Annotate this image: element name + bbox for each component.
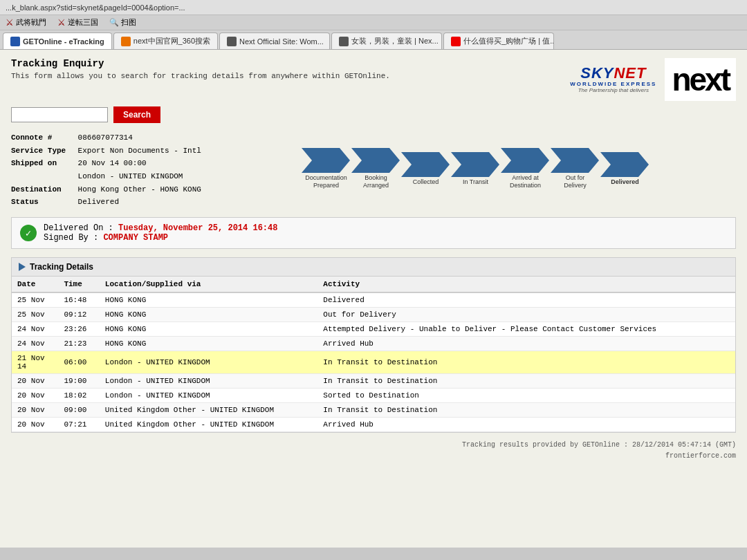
status-row: Status Delivered: [11, 196, 201, 209]
tab-next-official[interactable]: Next Official Site: Wom...: [219, 32, 330, 49]
step-collected: Collected: [401, 152, 450, 186]
skynet-logo: SKYNET WORLDWIDE EXPRESS The Partnership…: [570, 66, 656, 93]
cell-date: 21 Nov 14: [12, 351, 58, 374]
cell-time: 19:00: [58, 374, 99, 389]
tab-next-cn[interactable]: 女装，男装，童装 | Nex...: [331, 32, 442, 49]
tab-smzdm[interactable]: 什么值得买_购物广场 | 值...: [443, 32, 554, 49]
signed-value: COMPANY STAMP: [103, 233, 168, 243]
cell-time: 23:26: [58, 322, 99, 337]
toolbar-item-1[interactable]: ⚔ 武将戦門: [6, 17, 46, 28]
cell-time: 07:21: [58, 418, 99, 432]
progress-section: DocumentationPrepared BookingArranged: [215, 131, 736, 209]
cell-activity: In Transit to Destination: [317, 351, 735, 374]
step-booking: BookingArranged: [351, 148, 400, 189]
status-label: Status: [11, 196, 73, 209]
tracking-header-label: Tracking Details: [30, 262, 93, 272]
table-row: 21 Nov 14 06:00 London - UNITED KINGDOM …: [12, 351, 735, 374]
step4-arrow: [451, 152, 499, 177]
svg-marker-4: [501, 148, 549, 173]
cell-date: 20 Nov: [12, 389, 58, 403]
toolbar-item-3[interactable]: 🔍 扫图: [109, 17, 136, 28]
cell-date: 24 Nov: [12, 322, 58, 337]
step-arrived: Arrived atDestination: [501, 148, 549, 189]
footer: Tracking results provided by GETOnline :…: [11, 440, 736, 462]
cell-location: United Kingdom Other - UNITED KINGDOM: [100, 403, 318, 418]
table-row: 20 Nov 19:00 London - UNITED KINGDOM In …: [12, 374, 735, 389]
cell-date: 20 Nov: [12, 374, 58, 389]
cell-activity: In Transit to Destination: [317, 403, 735, 418]
page-content: Tracking Enquiry This form allows you to…: [0, 50, 747, 548]
service-value: Export Non Documents - Intl: [78, 144, 201, 158]
delivered-confirmation: ✓ Delivered On : Tuesday, November 25, 2…: [11, 217, 736, 249]
cell-date: 25 Nov: [12, 292, 58, 308]
signed-prefix: Signed By :: [44, 233, 98, 243]
cell-time: 09:00: [58, 403, 99, 418]
cell-location: London - UNITED KINGDOM: [100, 351, 318, 374]
step-documentation: DocumentationPrepared: [302, 148, 350, 189]
cell-activity: Arrived Hub: [317, 418, 735, 432]
col-activity: Activity: [317, 277, 735, 292]
cell-time: 09:12: [58, 308, 99, 322]
tracking-header: Tracking Details: [12, 258, 735, 277]
table-header-row: Date Time Location/Supplied via Activity: [12, 277, 735, 292]
step-intransit: In Transit: [451, 152, 499, 186]
table-row: 25 Nov 09:12 HONG KONG Out for Delivery: [12, 308, 735, 322]
cell-activity: Delivered: [317, 292, 735, 308]
connote-value: 086607077314: [78, 131, 133, 144]
tab-getonline[interactable]: GETOnline - eTracking: [3, 32, 112, 49]
cell-time: 06:00: [58, 351, 99, 374]
progress-arrows: DocumentationPrepared BookingArranged: [302, 148, 649, 189]
table-row: 25 Nov 16:48 HONG KONG Delivered: [12, 292, 735, 308]
cell-location: HONG KONG: [100, 337, 318, 351]
tab-bar: GETOnline - eTracking next中国官网_360搜索 Nex…: [0, 30, 747, 50]
step3-arrow: [401, 152, 450, 177]
header-left: Tracking Enquiry This form allows you to…: [11, 58, 390, 80]
address-text: ...k_blank.aspx?stid=skynet&pageId=0004&…: [6, 3, 185, 12]
cell-time: 18:02: [58, 389, 99, 403]
col-date: Date: [12, 277, 58, 292]
step6-arrow: [551, 148, 599, 173]
step4-label: In Transit: [463, 178, 488, 186]
cell-activity: Sorted to Destination: [317, 389, 735, 403]
destination-value: Hong Kong Other - HONG KONG: [78, 183, 201, 196]
search-bar: Search: [11, 106, 736, 123]
step7-label: Delivered: [611, 178, 639, 186]
shipment-info: Connote # 086607077314 Service Type Expo…: [11, 131, 201, 209]
step1-label: DocumentationPrepared: [305, 174, 347, 189]
cell-date: 20 Nov: [12, 403, 58, 418]
connote-row: Connote # 086607077314: [11, 131, 201, 144]
svg-marker-3: [451, 152, 499, 177]
skynet-name: SKYNET: [570, 66, 656, 81]
svg-marker-2: [401, 152, 450, 177]
step2-label: BookingArranged: [363, 174, 389, 189]
table-row: 24 Nov 23:26 HONG KONG Attempted Deliver…: [12, 322, 735, 337]
col-location: Location/Supplied via: [100, 277, 318, 292]
tab-360[interactable]: next中国官网_360搜索: [113, 32, 218, 49]
page-description: This form allows you to search for track…: [11, 72, 390, 80]
col-time: Time: [58, 277, 99, 292]
cell-activity: Out for Delivery: [317, 308, 735, 322]
footer-line2: frontierforce.com: [11, 451, 736, 462]
search-button[interactable]: Search: [113, 106, 160, 123]
table-row: 20 Nov 18:02 London - UNITED KINGDOM Sor…: [12, 389, 735, 403]
connote-label: Connote #: [11, 131, 73, 144]
service-row: Service Type Export Non Documents - Intl: [11, 144, 201, 158]
cell-date: 25 Nov: [12, 308, 58, 322]
service-label: Service Type: [11, 144, 73, 158]
step6-label: Out forDelivery: [564, 174, 587, 189]
page-header: Tracking Enquiry This form allows you to…: [11, 58, 736, 101]
cell-activity: Arrived Hub: [317, 337, 735, 351]
table-row: 20 Nov 09:00 United Kingdom Other - UNIT…: [12, 403, 735, 418]
table-row: 24 Nov 21:23 HONG KONG Arrived Hub: [12, 337, 735, 351]
search-input[interactable]: [11, 107, 108, 122]
destination-row: Destination Hong Kong Other - HONG KONG: [11, 183, 201, 196]
svg-marker-6: [600, 152, 649, 177]
shipped-value: 20 Nov 14 00:00 London - UNITED KINGDOM: [78, 157, 183, 183]
cell-activity: In Transit to Destination: [317, 374, 735, 389]
cell-date: 20 Nov: [12, 418, 58, 432]
toolbar-item-2[interactable]: ⚔ 逆転三国: [57, 17, 98, 28]
svg-marker-5: [551, 148, 599, 173]
step7-arrow: [600, 152, 649, 177]
step5-label: Arrived atDestination: [510, 174, 541, 189]
delivered-text: Delivered On : Tuesday, November 25, 201…: [44, 223, 277, 243]
